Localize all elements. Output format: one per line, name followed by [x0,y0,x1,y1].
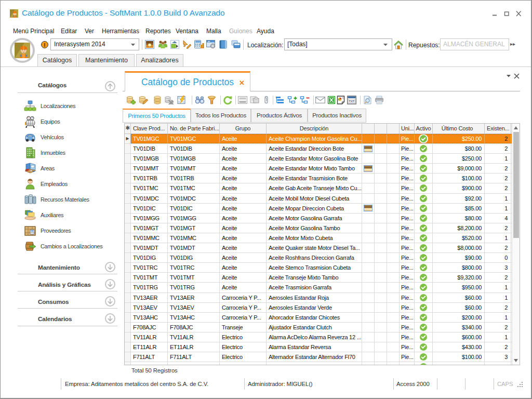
svg-text:TXT: TXT [349,100,355,103]
